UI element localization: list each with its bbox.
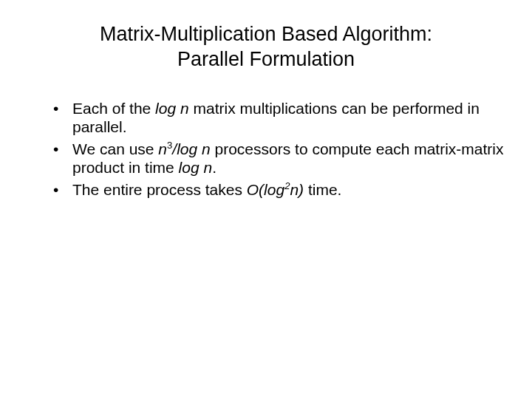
bullet-2-n: n — [158, 140, 167, 157]
bullet-2-logn: log n — [177, 140, 211, 157]
bullet-3-text-1: The entire process takes — [72, 181, 247, 198]
bullet-1-logn: log n — [155, 100, 189, 117]
title-line-1: Matrix-Multiplication Based Algorithm: — [100, 23, 432, 45]
bullet-3-n: n) — [290, 181, 304, 198]
slide-title: Matrix-Multiplication Based Algorithm: P… — [71, 22, 461, 72]
bullet-2-text-1: We can use — [72, 140, 158, 157]
bullet-1-text-1: Each of the — [72, 100, 155, 117]
title-line-2: Parallel Formulation — [177, 48, 355, 70]
bullet-2-text-4: . — [212, 159, 216, 176]
bullet-3-text-2: time. — [304, 181, 341, 198]
bullet-1: Each of the log n matrix multiplications… — [49, 99, 505, 137]
bullet-3: The entire process takes O(log2n) time. — [49, 180, 505, 200]
bullet-2-logn-2: log n — [179, 159, 213, 176]
slide: Matrix-Multiplication Based Algorithm: P… — [0, 0, 532, 399]
bullet-3-O: O(log — [247, 181, 284, 198]
bullet-list: Each of the log n matrix multiplications… — [49, 99, 505, 200]
bullet-2: We can use n3/log n processors to comput… — [49, 140, 505, 177]
